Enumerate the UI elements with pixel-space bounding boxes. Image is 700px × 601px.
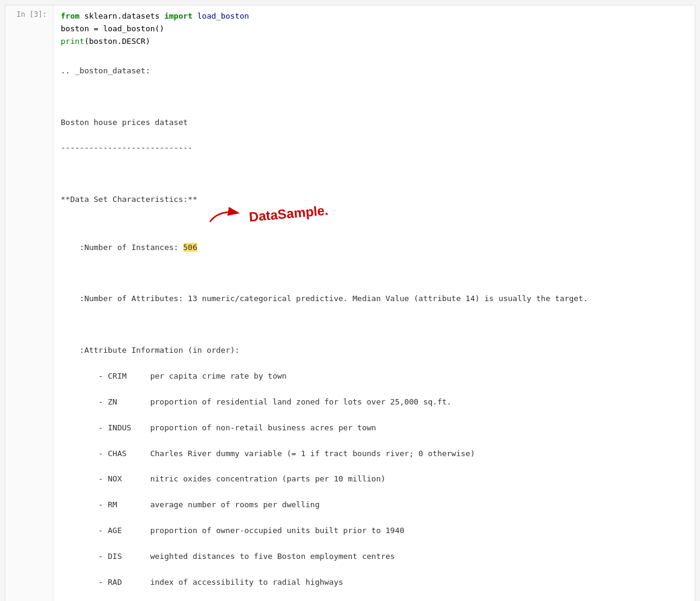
keyword-print: print [61, 37, 84, 46]
output-attr-nox: - NOX nitric oxides concentration (parts… [61, 472, 687, 485]
notebook-cell: In [3]: from sklearn.datasets import loa… [5, 5, 695, 601]
keyword-from: from [61, 11, 79, 20]
output-underline: ---------------------------- [61, 141, 687, 154]
cell-content-area: from sklearn.datasets import load_boston… [54, 5, 695, 601]
output-blank2 [61, 167, 687, 180]
output-attr-dis: - DIS weighted distances to five Boston … [61, 550, 687, 563]
cell-output: .. _boston_dataset: Boston house prices … [61, 51, 687, 601]
output-blank1 [61, 90, 687, 103]
output-attr-info-header: :Attribute Information (in order): [61, 344, 687, 356]
code-print-args: (boston.DESCR) [84, 37, 150, 46]
output-attr-zn: - ZN proportion of residential land zone… [61, 395, 687, 408]
keyword-import: import [164, 11, 192, 20]
code-line-3: print(boston.DESCR) [61, 35, 687, 48]
instances-line: :Number of Instances: 506 [61, 241, 687, 254]
output-attr-indus: - INDUS proportion of non-retail busines… [61, 421, 687, 434]
characteristics-line: **Data Set Characteristics:** DataSample… [61, 193, 687, 228]
output-attr-age: - AGE proportion of owner-occupied units… [61, 524, 687, 537]
output-title: Boston house prices dataset [61, 116, 687, 129]
output-attributes-line: :Number of Attributes: 13 numeric/catego… [61, 292, 687, 305]
annotation-arrow-svg [207, 207, 243, 225]
output-attr-rad: - RAD index of accessibility to radial h… [61, 576, 687, 588]
output-attr-crim: - CRIM per capita crime rate by town [61, 370, 687, 382]
output-blank3 [61, 266, 687, 279]
cell-label: In [3]: [5, 5, 54, 601]
code-assignment: boston = load_boston() [61, 24, 164, 33]
output-attr-rm: - RM average number of rooms per dwellin… [61, 498, 687, 511]
output-characteristics: **Data Set Characteristics:** [61, 193, 197, 206]
code-input: from sklearn.datasets import load_boston… [61, 10, 687, 47]
handwritten-annotation: DataSample. [248, 200, 329, 228]
code-line-2: boston = load_boston() [61, 23, 687, 35]
code-function: load_boston [192, 11, 249, 20]
code-module: sklearn.datasets [79, 11, 164, 20]
cell-execution-count: In [3]: [16, 10, 47, 19]
output-attr-chas: - CHAS Charles River dummy variable (= 1… [61, 447, 687, 460]
code-line-1: from sklearn.datasets import load_boston [61, 10, 687, 23]
output-blank4 [61, 318, 687, 331]
output-desc-header: .. _boston_dataset: [61, 64, 687, 77]
instances-value: 506 [183, 243, 197, 252]
annotation-container: DataSample. [197, 193, 322, 228]
